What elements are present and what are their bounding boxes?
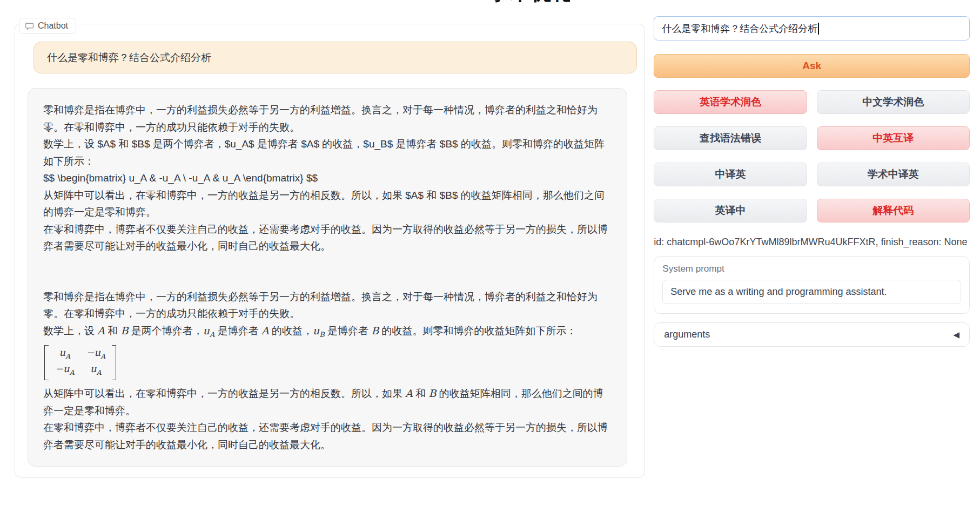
bot-paragraph-1-rendered: 零和博弈是指在博弈中，一方的利益损失必然等于另一方的利益增益。换言之，对于每一种… (43, 288, 612, 322)
bot-paragraph-2-raw: 数学上，设 $A$ 和 $B$ 是两个博弈者，$u_A$ 是博弈者 $A$ 的收… (43, 136, 612, 170)
message-gap (43, 255, 612, 288)
button-en-to-zh[interactable]: 英译中 (654, 199, 807, 223)
matrix-cell-21: −uA (55, 362, 75, 379)
system-prompt-input[interactable]: Serve me as a writing and programming as… (662, 280, 961, 304)
chatbot-panel: Chatbot 什么是零和博弈？结合公式介绍分析 零和博弈是指在博弈中，一方的利… (15, 24, 645, 477)
collapse-arrow-icon[interactable]: ◀ (953, 330, 959, 340)
button-explain-code[interactable]: 解释代码 (817, 199, 970, 223)
bot-message-bubble: 零和博弈是指在博弈中，一方的利益损失必然等于另一方的利益增益。换言之，对于每一种… (28, 88, 627, 467)
button-english-academic-polish[interactable]: 英语学术润色 (654, 90, 807, 114)
question-input-value: 什么是零和博弈？结合公式介绍分析 (662, 22, 817, 35)
system-prompt-group: System prompt Serve me as a writing and … (654, 256, 970, 314)
quick-action-grid: 英语学术润色 中文学术润色 查找语法错误 中英互译 中译英 学术中译英 英译中 … (654, 90, 970, 223)
response-status-line: id: chatcmpl-6wOo7KrYTwMl89lbrMWRu4UkFFX… (654, 237, 970, 248)
matrix-left-bracket (44, 345, 49, 380)
control-sidebar: 什么是零和博弈？结合公式介绍分析 Ask 英语学术润色 中文学术润色 查找语法错… (654, 16, 970, 347)
matrix-right-bracket (112, 345, 116, 380)
payoff-matrix: uA −uA −uA uA (43, 343, 612, 386)
bot-paragraph-4-rendered: 在零和博弈中，博弈者不仅要关注自己的收益，还需要考虑对手的收益。因为一方取得的收… (43, 419, 612, 453)
button-academic-zh-to-en[interactable]: 学术中译英 (817, 163, 970, 186)
question-input[interactable]: 什么是零和博弈？结合公式介绍分析 (654, 16, 970, 41)
button-zh-en-mutual-translate[interactable]: 中英互译 (817, 126, 970, 150)
button-zh-to-en[interactable]: 中译英 (654, 163, 807, 186)
text-cursor (818, 23, 819, 35)
bot-math-line: 数学上，设 A 和 B 是两个博弈者，uA 是博弈者 A 的收益，uB 是博弈者… (43, 322, 612, 343)
bot-formula-raw: $$ \begin{bmatrix} u_A & -u_A \ -u_A & u… (43, 170, 612, 187)
matrix-cell-11: uA (55, 346, 75, 363)
ask-button[interactable]: Ask (654, 54, 970, 78)
button-chinese-academic-polish[interactable]: 中文学术润色 (817, 90, 970, 114)
button-find-grammar-errors[interactable]: 查找语法错误 (654, 126, 807, 150)
chatbot-label-text: Chatbot (38, 21, 68, 31)
bot-paragraph-3-rendered: 从矩阵中可以看出，在零和博弈中，一方的收益是另一方的相反数。所以，如果 A 和 … (43, 385, 612, 419)
matrix-cell-22: uA (86, 362, 106, 379)
arguments-accordion-label: arguments (664, 329, 710, 340)
bot-paragraph-4: 在零和博弈中，博弈者不仅要关注自己的收益，还需要考虑对手的收益。因为一方取得的收… (43, 221, 612, 255)
user-message-text: 什么是零和博弈？结合公式介绍分析 (47, 52, 211, 63)
chatbot-label: Chatbot (19, 18, 76, 34)
matrix-cell-12: −uA (86, 346, 106, 363)
main-layout: Chatbot 什么是零和博弈？结合公式介绍分析 零和博弈是指在博弈中，一方的利… (0, 0, 980, 477)
bot-paragraph-1: 零和博弈是指在博弈中，一方的利益损失必然等于另一方的利益增益。换言之，对于每一种… (43, 102, 612, 136)
arguments-accordion[interactable]: arguments ◀ (654, 322, 970, 347)
chat-bubble-icon (25, 22, 34, 31)
user-message-bubble: 什么是零和博弈？结合公式介绍分析 (33, 42, 637, 73)
bot-paragraph-3-raw: 从矩阵中可以看出，在零和博弈中，一方的收益是另一方的相反数。所以，如果 $A$ … (43, 187, 612, 221)
system-prompt-label: System prompt (662, 264, 961, 274)
